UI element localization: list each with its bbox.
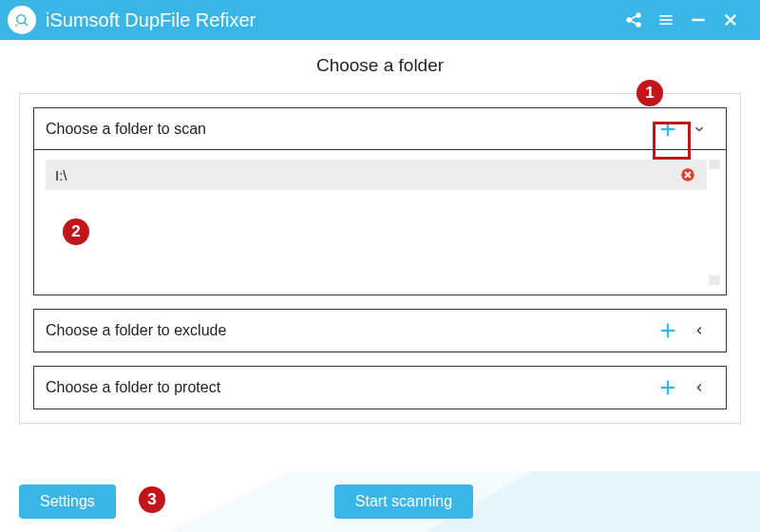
bottom-bar: Settings Start scanning: [0, 471, 760, 532]
scan-folder-list-area: I:\: [34, 150, 726, 294]
section-protect-header: Choose a folder to protect: [34, 367, 726, 408]
add-scan-folder-button[interactable]: [652, 113, 684, 145]
scan-list-scrollbar[interactable]: [709, 160, 720, 285]
start-scanning-button[interactable]: Start scanning: [334, 484, 473, 519]
svg-point-2: [627, 18, 631, 22]
svg-line-5: [631, 16, 637, 19]
section-scan: Choose a folder to scan I:\: [33, 107, 727, 295]
folder-sections-container: Choose a folder to scan I:\: [19, 93, 741, 424]
menu-icon[interactable]: [650, 0, 682, 40]
page-title: Choose a folder: [19, 55, 741, 76]
svg-point-3: [636, 13, 640, 17]
section-exclude-header: Choose a folder to exclude: [34, 310, 726, 352]
minimize-icon[interactable]: [682, 0, 714, 40]
add-exclude-folder-button[interactable]: [652, 314, 684, 347]
folder-row[interactable]: I:\: [46, 160, 707, 190]
section-protect: Choose a folder to protect: [33, 366, 727, 409]
close-icon[interactable]: [714, 0, 747, 40]
expand-exclude-button[interactable]: [684, 314, 714, 347]
svg-line-6: [631, 21, 637, 24]
section-exclude: Choose a folder to exclude: [33, 309, 727, 352]
share-icon[interactable]: [618, 0, 650, 40]
expand-protect-button[interactable]: [684, 371, 714, 404]
svg-point-4: [636, 23, 640, 27]
add-protect-folder-button[interactable]: [652, 371, 684, 404]
section-protect-label: Choose a folder to protect: [46, 379, 652, 396]
folder-path: I:\: [55, 167, 678, 183]
section-scan-label: Choose a folder to scan: [46, 121, 652, 138]
app-logo: [8, 6, 36, 34]
collapse-scan-button[interactable]: [684, 113, 714, 145]
app-title: iSumsoft DupFile Refixer: [46, 10, 256, 31]
section-scan-header: Choose a folder to scan: [34, 108, 726, 150]
titlebar: iSumsoft DupFile Refixer: [0, 0, 760, 40]
section-exclude-label: Choose a folder to exclude: [46, 322, 652, 339]
settings-button[interactable]: Settings: [19, 484, 116, 519]
svg-line-1: [24, 22, 28, 26]
remove-folder-button[interactable]: [678, 165, 697, 184]
